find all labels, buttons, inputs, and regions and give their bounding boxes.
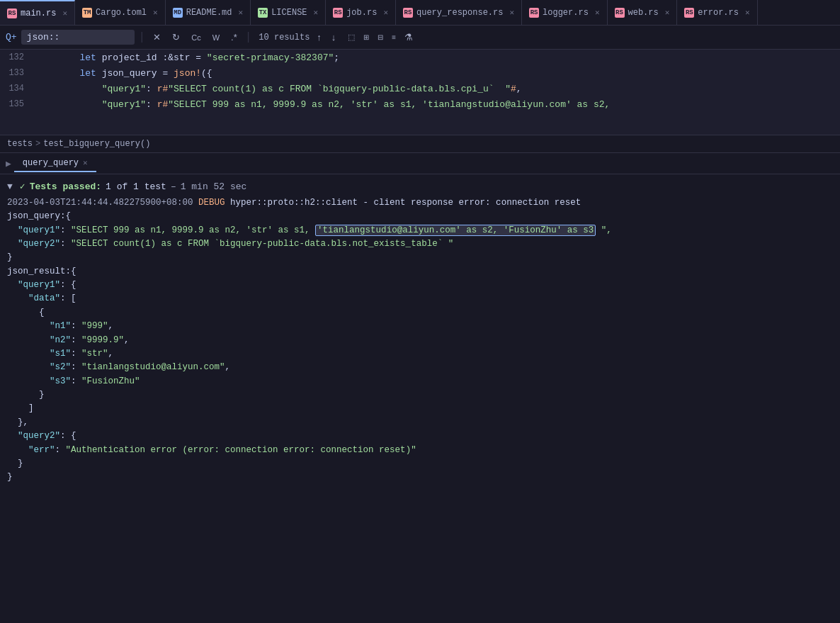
tab-label-job-rs: job.rs bbox=[346, 8, 377, 18]
search-refresh-btn[interactable]: ↻ bbox=[169, 30, 183, 44]
code-line-135: 135 "query1": r#"SELECT 999 as n1, 9999.… bbox=[0, 96, 840, 112]
expand-indicator: ▶ bbox=[6, 158, 11, 169]
search-opt2-btn[interactable]: ⊟ bbox=[374, 32, 387, 43]
log-line-16: }, bbox=[7, 416, 833, 430]
log-line-6: "query1": { bbox=[7, 279, 833, 292]
breadcrumb-sep: > bbox=[35, 139, 40, 149]
tab-label-license: LICENSE bbox=[271, 8, 307, 18]
log-line-19: } bbox=[7, 457, 833, 471]
tab-icon-readme-md: MD bbox=[173, 8, 183, 18]
tab-close-error-rs[interactable]: ✕ bbox=[745, 8, 750, 17]
tab-close-cargo-toml[interactable]: ✕ bbox=[153, 8, 158, 17]
tab-label-cargo-toml: Cargo.toml bbox=[96, 8, 147, 18]
line-content-135: "query1": r#"SELECT 999 as n1, 9999.9 as… bbox=[35, 99, 840, 110]
code-line-132: 132 let project_id :&str = "secret-prima… bbox=[0, 50, 840, 65]
test-panel-tab-label: query_query bbox=[23, 158, 79, 168]
breadcrumb-part1: tests bbox=[7, 139, 33, 149]
log-line-12: "s2": "tianlangstudio@aliyun.com", bbox=[7, 361, 833, 374]
tab-error-rs[interactable]: RSerror.rs✕ bbox=[677, 0, 757, 26]
tab-close-readme-md[interactable]: ✕ bbox=[239, 8, 244, 17]
search-prev-btn[interactable]: ↑ bbox=[314, 30, 324, 44]
pass-check-icon: ✓ bbox=[20, 180, 25, 195]
search-separator: | bbox=[139, 31, 146, 44]
test-time: 1 min 52 sec bbox=[181, 180, 247, 195]
tab-close-logger-rs[interactable]: ✕ bbox=[595, 8, 600, 17]
search-filter-btn[interactable]: ⚗ bbox=[401, 30, 416, 44]
search-regex-btn[interactable]: .* bbox=[227, 30, 241, 44]
log-line-14: } bbox=[7, 388, 833, 402]
log-line-15: ] bbox=[7, 402, 833, 415]
log-line-3: "query2": "SELECT count(1) as c FROM `bi… bbox=[7, 237, 833, 251]
log-line-8: { bbox=[7, 306, 833, 320]
code-line-134: 134 "query1": r#"SELECT count(1) as c FR… bbox=[0, 81, 840, 96]
test-pass-label: Tests passed: bbox=[30, 180, 101, 195]
test-panel-tab-bar: ▶ query_query ✕ bbox=[0, 153, 840, 174]
log-line-5: json_result:{ bbox=[7, 265, 833, 279]
tab-close-main-rs[interactable]: ✕ bbox=[62, 9, 67, 18]
search-toolbar: ⬚ ⊞ ⊟ ≡ ⚗ bbox=[344, 30, 416, 44]
tab-icon-main-rs: RS bbox=[7, 9, 17, 18]
line-content-132: let project_id :&str = "secret-primacy-3… bbox=[35, 52, 840, 63]
search-word-btn[interactable]: W bbox=[209, 32, 223, 43]
line-num-134: 134 bbox=[0, 84, 35, 94]
log-line-11: "s1": "str", bbox=[7, 347, 833, 361]
tab-icon-job-rs: RS bbox=[333, 8, 343, 18]
tab-icon-query-response-rs: RS bbox=[403, 8, 413, 18]
log-line-9: "n1": "999", bbox=[7, 320, 833, 333]
log-line-2: "query1": "SELECT 999 as n1, 9999.9 as n… bbox=[7, 224, 833, 237]
breadcrumb-part2: test_bigquery_query() bbox=[43, 139, 150, 149]
log-output: 2023-04-03T21:44:44.482275900+08:00 DEBU… bbox=[7, 196, 833, 485]
log-line-4: } bbox=[7, 251, 833, 264]
log-line-1: json_query:{ bbox=[7, 210, 833, 223]
search-opt1-btn[interactable]: ⊞ bbox=[360, 32, 373, 43]
tab-label-error-rs: error.rs bbox=[698, 8, 739, 18]
test-status-line: ▼ ✓ Tests passed: 1 of 1 test – 1 min 52… bbox=[7, 179, 833, 196]
test-output: ▼ ✓ Tests passed: 1 of 1 test – 1 min 52… bbox=[0, 174, 840, 623]
test-tab-close[interactable]: ✕ bbox=[83, 158, 88, 167]
test-panel-tab[interactable]: query_query ✕ bbox=[14, 155, 96, 172]
tab-icon-error-rs: RS bbox=[684, 8, 694, 18]
tab-close-web-rs[interactable]: ✕ bbox=[665, 8, 670, 17]
tab-cargo-toml[interactable]: TMCargo.toml✕ bbox=[75, 0, 166, 26]
tab-bar: RSmain.rs✕TMCargo.toml✕MDREADME.md✕TXLIC… bbox=[0, 0, 840, 26]
collapse-arrow[interactable]: ▼ bbox=[7, 180, 13, 195]
tab-close-license[interactable]: ✕ bbox=[314, 8, 319, 17]
tab-readme-md[interactable]: MDREADME.md✕ bbox=[166, 0, 251, 26]
log-line-17: "query2": { bbox=[7, 430, 833, 443]
tab-job-rs[interactable]: RSjob.rs✕ bbox=[326, 0, 396, 26]
sep2: | bbox=[245, 31, 252, 44]
tab-main-rs[interactable]: RSmain.rs✕ bbox=[0, 0, 75, 26]
tab-license[interactable]: TXLICENSE✕ bbox=[251, 0, 326, 26]
log-line-18: "err": "Authentication error (error: con… bbox=[7, 444, 833, 457]
tab-icon-web-rs: RS bbox=[615, 8, 625, 18]
search-opt3-btn[interactable]: ≡ bbox=[388, 32, 399, 43]
tab-web-rs[interactable]: RSweb.rs✕ bbox=[608, 0, 678, 26]
tab-logger-rs[interactable]: RSlogger.rs✕ bbox=[522, 0, 607, 26]
line-num-132: 132 bbox=[0, 52, 35, 62]
log-line-13: "s3": "FusionZhu" bbox=[7, 375, 833, 388]
tab-close-query-response-rs[interactable]: ✕ bbox=[509, 8, 514, 17]
editor-area: 132 let project_id :&str = "secret-prima… bbox=[0, 50, 840, 135]
search-label: Q+ bbox=[6, 32, 17, 43]
test-count: 1 of 1 test bbox=[106, 180, 166, 195]
tab-icon-logger-rs: RS bbox=[529, 8, 539, 18]
tab-label-main-rs: main.rs bbox=[21, 9, 56, 18]
line-content-133: let json_query = json!({ bbox=[35, 68, 840, 79]
search-close-btn[interactable]: ✕ bbox=[149, 30, 164, 44]
breadcrumb-bar: tests > test_bigquery_query() bbox=[0, 135, 840, 153]
tab-label-query-response-rs: query_response.rs bbox=[416, 8, 503, 18]
tab-query-response-rs[interactable]: RSquery_response.rs✕ bbox=[396, 0, 522, 26]
search-expand-btn[interactable]: ⬚ bbox=[344, 31, 358, 43]
log-line-20: } bbox=[7, 471, 833, 484]
search-case-btn[interactable]: Cc bbox=[188, 32, 204, 43]
search-results-count: 10 results bbox=[259, 33, 310, 43]
tab-close-job-rs[interactable]: ✕ bbox=[383, 8, 388, 17]
output-section: ▼ ✓ Tests passed: 1 of 1 test – 1 min 52… bbox=[0, 174, 840, 623]
search-input[interactable] bbox=[21, 30, 135, 45]
log-line-7: "data": [ bbox=[7, 292, 833, 305]
line-num-133: 133 bbox=[0, 68, 35, 78]
line-content-134: "query1": r#"SELECT count(1) as c FROM `… bbox=[35, 84, 840, 94]
test-sep: – bbox=[171, 180, 176, 195]
search-next-btn[interactable]: ↓ bbox=[329, 30, 339, 44]
code-line-133: 133 let json_query = json!({ bbox=[0, 65, 840, 81]
